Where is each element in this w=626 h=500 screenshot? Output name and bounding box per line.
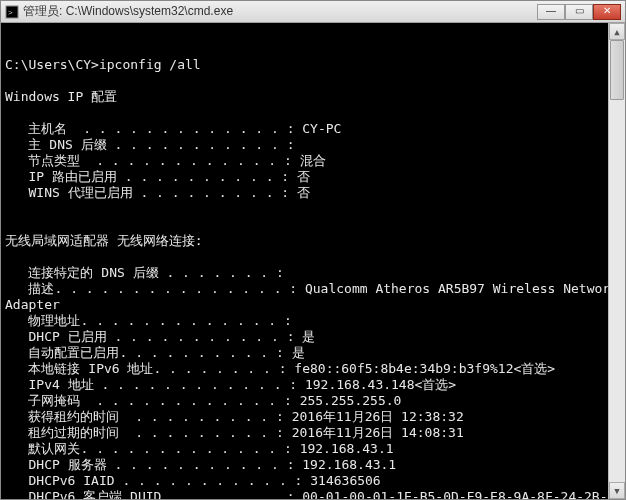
row-label: 默认网关. . . . . . . . . . . . . : [5,441,300,457]
row-value: 否 [297,169,310,185]
row-value: 是 [302,329,315,345]
scroll-down-button[interactable]: ▼ [609,482,625,499]
output-row: 主 DNS 后缀 . . . . . . . . . . . : [5,137,604,153]
output-row: 连接特定的 DNS 后缀 . . . . . . . : [5,265,604,281]
row-label: WINS 代理已启用 . . . . . . . . . : [5,185,297,201]
row-value: Qualcomm Atheros AR5B97 Wireless Network [305,281,608,297]
ipconfig-section: 主机名 . . . . . . . . . . . . . : CY-PC 主 … [5,121,604,201]
row-value: 192.168.43.1 [300,441,394,457]
row-value: 2016年11月26日 12:38:32 [292,409,464,425]
row-label: 描述. . . . . . . . . . . . . . . : [5,281,305,297]
row-label: 自动配置已启用. . . . . . . . . . : [5,345,292,361]
row-value: 192.168.43.148<首选> [305,377,456,393]
row-label: 子网掩码 . . . . . . . . . . . . : [5,393,300,409]
row-value: 否 [297,185,310,201]
output-row: 描述. . . . . . . . . . . . . . . : Qualco… [5,281,604,297]
row-value: 是 [292,345,305,361]
row-value: 混合 [300,153,326,169]
output-row: 自动配置已启用. . . . . . . . . . : 是 [5,345,604,361]
section-header: Windows IP 配置 [5,89,117,104]
blank-line [5,41,13,56]
output-row: 租约过期的时间 . . . . . . . . . : 2016年11月26日 … [5,425,604,441]
cmd-window: > 管理员: C:\Windows\system32\cmd.exe — ▭ ✕… [0,0,626,500]
adapter-header: 无线局域网适配器 无线网络连接: [5,233,203,248]
output-row: DHCP 已启用 . . . . . . . . . . . : 是 [5,329,604,345]
row-label: 主机名 . . . . . . . . . . . . . : [5,121,302,137]
window-buttons: — ▭ ✕ [537,4,621,20]
output-row: 子网掩码 . . . . . . . . . . . . : 255.255.2… [5,393,604,409]
cmd-icon: > [5,5,19,19]
adapter-section: 连接特定的 DNS 后缀 . . . . . . . : 描述. . . . .… [5,265,604,499]
row-value: CY-PC [302,121,341,137]
minimize-button[interactable]: — [537,4,565,20]
row-label: 本地链接 IPv6 地址. . . . . . . . : [5,361,294,377]
output-row: 物理地址. . . . . . . . . . . . . : [5,313,604,329]
output-row: IPv4 地址 . . . . . . . . . . . . : 192.16… [5,377,604,393]
maximize-button[interactable]: ▭ [565,4,593,20]
row-label: IPv4 地址 . . . . . . . . . . . . : [5,377,305,393]
row-value: 314636506 [310,473,380,489]
row-label: Adapter [5,297,60,313]
output-row: DHCP 服务器 . . . . . . . . . . . : 192.168… [5,457,604,473]
output-row: IP 路由已启用 . . . . . . . . . . : 否 [5,169,604,185]
svg-text:>: > [8,8,13,17]
row-label: 主 DNS 后缀 . . . . . . . . . . . : [5,137,302,153]
blank-line [5,217,13,232]
titlebar[interactable]: > 管理员: C:\Windows\system32\cmd.exe — ▭ ✕ [1,1,625,23]
row-label: IP 路由已启用 . . . . . . . . . . : [5,169,297,185]
prompt-line: C:\Users\CY>ipconfig /all [5,57,201,72]
window-title: 管理员: C:\Windows\system32\cmd.exe [23,3,537,20]
blank-line [5,105,13,120]
output-row: 获得租约的时间 . . . . . . . . . : 2016年11月26日 … [5,409,604,425]
close-button[interactable]: ✕ [593,4,621,20]
output-row: DHCPv6 IAID . . . . . . . . . . . : 3146… [5,473,604,489]
output-row: 本地链接 IPv6 地址. . . . . . . . : fe80::60f5… [5,361,604,377]
output-row: 主机名 . . . . . . . . . . . . . : CY-PC [5,121,604,137]
row-label: 节点类型 . . . . . . . . . . . . : [5,153,300,169]
row-label: 租约过期的时间 . . . . . . . . . : [5,425,292,441]
output-row: 节点类型 . . . . . . . . . . . . : 混合 [5,153,604,169]
blank-line [5,73,13,88]
terminal-area: C:\Users\CY>ipconfig /all Windows IP 配置 … [1,23,625,499]
output-row: DHCPv6 客户端 DUID . . . . . . . : 00-01-00… [5,489,604,499]
row-label: DHCP 已启用 . . . . . . . . . . . : [5,329,302,345]
row-value: fe80::60f5:8b4e:34b9:b3f9%12<首选> [294,361,555,377]
scroll-thumb[interactable] [610,40,624,100]
vertical-scrollbar[interactable]: ▲ ▼ [608,23,625,499]
row-value: 00-01-00-01-1E-B5-0D-E9-E8-9A-8F-24-2B-B… [302,489,608,499]
row-label: DHCPv6 IAID . . . . . . . . . . . : [5,473,310,489]
output-row: 默认网关. . . . . . . . . . . . . : 192.168.… [5,441,604,457]
row-value: 192.168.43.1 [302,457,396,473]
row-label: 连接特定的 DNS 后缀 . . . . . . . : [5,265,292,281]
row-value: 255.255.255.0 [300,393,402,409]
scroll-track[interactable] [609,40,625,482]
blank-line [5,249,13,264]
row-label: 物理地址. . . . . . . . . . . . . : [5,313,300,329]
row-label: DHCP 服务器 . . . . . . . . . . . : [5,457,302,473]
row-label: DHCPv6 客户端 DUID . . . . . . . : [5,489,302,499]
terminal-output[interactable]: C:\Users\CY>ipconfig /all Windows IP 配置 … [1,23,608,499]
row-label: 获得租约的时间 . . . . . . . . . : [5,409,292,425]
scroll-up-button[interactable]: ▲ [609,23,625,40]
output-row: WINS 代理已启用 . . . . . . . . . : 否 [5,185,604,201]
row-value: 2016年11月26日 14:08:31 [292,425,464,441]
output-row: Adapter [5,297,604,313]
